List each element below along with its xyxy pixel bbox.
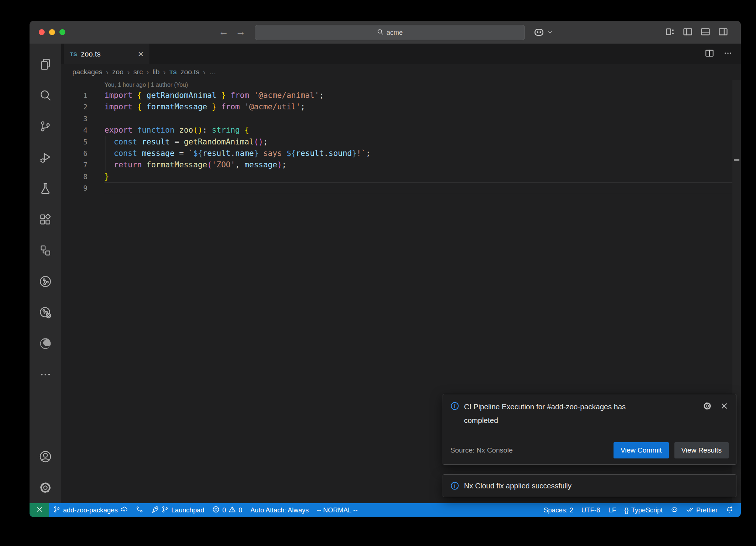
breadcrumb-item[interactable]: zoo bbox=[112, 68, 124, 76]
notification-source: Source: Nx Console bbox=[450, 446, 513, 454]
line-text: } bbox=[104, 171, 732, 182]
notification-message: Nx Cloud fix applied successfully bbox=[464, 479, 571, 493]
git-blame-annotation: You, 1 hour ago | 1 author (You) bbox=[61, 80, 741, 90]
breadcrumb-item[interactable]: src bbox=[133, 68, 142, 76]
bell-dot-icon bbox=[726, 506, 733, 515]
status-formatter[interactable]: Prettier bbox=[682, 503, 722, 517]
status-problems[interactable]: 00 bbox=[208, 503, 246, 517]
traffic-light-zoom[interactable] bbox=[59, 29, 65, 35]
info-icon bbox=[450, 402, 459, 412]
line-content: import { getRandomAnimal } from '@acme/a… bbox=[87, 90, 732, 101]
line-content: const message = `${result.name} says ${r… bbox=[87, 148, 732, 159]
status-vim-mode[interactable]: -- NORMAL -- bbox=[313, 503, 361, 517]
status-indentation[interactable]: Spaces: 2 bbox=[540, 503, 577, 517]
status-source-control-branch[interactable]: add-zoo-packages bbox=[49, 503, 132, 517]
line-number: 2 bbox=[61, 101, 87, 113]
code-line-7: 7 return formatMessage('ZOO', message); bbox=[61, 159, 741, 171]
line-number: 4 bbox=[61, 124, 87, 136]
layout-controls bbox=[665, 27, 728, 38]
status-encoding[interactable]: UTF-8 bbox=[577, 503, 604, 517]
code-lines: 1import { getRandomAnimal } from '@acme/… bbox=[61, 90, 741, 194]
activity-search[interactable] bbox=[30, 80, 61, 111]
warning-icon bbox=[228, 506, 236, 515]
tab-bar: TS zoo.ts × bbox=[61, 44, 741, 64]
notification-toast-nx-cloud: Nx Cloud fix applied successfully bbox=[443, 474, 736, 497]
activity-settings[interactable] bbox=[30, 472, 61, 503]
customize-layout-icon[interactable] bbox=[665, 27, 675, 38]
traffic-light-minimize[interactable] bbox=[49, 29, 55, 35]
status-copilot-status[interactable] bbox=[667, 503, 682, 517]
activity-extensions[interactable] bbox=[30, 204, 61, 235]
toggle-panel-bottom-icon[interactable] bbox=[700, 27, 711, 38]
mini-branch-icon bbox=[161, 506, 169, 515]
breadcrumb: packages›zoo›src›lib›TSzoo.ts›… bbox=[61, 64, 741, 80]
copilot-icon bbox=[533, 26, 545, 40]
status-label: Spaces: 2 bbox=[544, 506, 573, 514]
tab-zoo-ts[interactable]: TS zoo.ts × bbox=[64, 44, 150, 64]
command-center-search[interactable]: acme bbox=[255, 25, 525, 40]
breadcrumb-item[interactable]: packages bbox=[72, 68, 102, 76]
status-nx-launchpad[interactable]: Launchpad bbox=[147, 503, 208, 517]
status-git-graph[interactable] bbox=[132, 503, 147, 517]
editor-actions bbox=[705, 44, 733, 64]
copilot-menu[interactable] bbox=[533, 26, 553, 40]
double-check-icon bbox=[686, 506, 694, 515]
notification-settings-gear-icon[interactable] bbox=[703, 402, 712, 412]
vscode-window: ← → acme TS zoo.ts × bbox=[30, 21, 741, 517]
status-label: 0 bbox=[238, 506, 242, 514]
activity-accounts[interactable] bbox=[30, 441, 61, 472]
git-graph-icon bbox=[136, 506, 143, 515]
status-bar-left: add-zoo-packagesLaunchpad00Auto Attach: … bbox=[30, 503, 362, 517]
code-line-5: 5 const result = getRandomAnimal(); bbox=[61, 136, 741, 148]
activity-edge-tools[interactable] bbox=[30, 328, 61, 359]
tab-close-icon[interactable]: × bbox=[138, 50, 144, 58]
line-content: import { formatMessage } from '@acme/uti… bbox=[87, 101, 732, 113]
split-editor-icon[interactable] bbox=[705, 48, 714, 59]
more-actions-icon[interactable] bbox=[723, 48, 733, 59]
activity-source-control[interactable] bbox=[30, 111, 61, 142]
status-remote-window[interactable] bbox=[30, 503, 49, 517]
activity-testing[interactable] bbox=[30, 173, 61, 204]
breadcrumb-separator: › bbox=[127, 68, 130, 76]
view-commit-button[interactable]: View Commit bbox=[614, 442, 669, 458]
status-eol[interactable]: LF bbox=[604, 503, 620, 517]
status-language-mode[interactable]: {}TypeScript bbox=[620, 503, 667, 517]
toggle-panel-right-icon[interactable] bbox=[718, 27, 728, 38]
line-number: 9 bbox=[61, 182, 87, 194]
nav-back-icon[interactable]: ← bbox=[219, 25, 228, 38]
status-label: Launchpad bbox=[171, 506, 204, 514]
line-text: import { formatMessage } from '@acme/uti… bbox=[104, 101, 732, 113]
nav-forward-icon[interactable]: → bbox=[236, 25, 245, 38]
activity-run-and-debug[interactable] bbox=[30, 142, 61, 173]
status-label: LF bbox=[608, 506, 616, 514]
activity-nx-cloud[interactable] bbox=[30, 297, 61, 328]
braces-icon: {} bbox=[624, 506, 629, 514]
typescript-file-icon: TS bbox=[169, 69, 177, 75]
line-number: 6 bbox=[61, 148, 87, 159]
line-content bbox=[87, 182, 732, 194]
line-number: 7 bbox=[61, 159, 87, 171]
breadcrumb-more[interactable]: … bbox=[209, 68, 216, 76]
toggle-panel-left-icon[interactable] bbox=[683, 27, 693, 38]
status-bar-right: Spaces: 2UTF-8LF{}TypeScriptPrettier bbox=[540, 503, 741, 517]
traffic-light-close[interactable] bbox=[39, 29, 45, 35]
line-content bbox=[87, 113, 732, 124]
notification-message: CI Pipeline Execution for #add-zoo-packa… bbox=[464, 400, 649, 427]
breadcrumb-file[interactable]: zoo.ts bbox=[181, 68, 199, 76]
activity-more[interactable] bbox=[30, 359, 61, 390]
code-line-9: 9 bbox=[61, 182, 741, 194]
activity-explorer[interactable] bbox=[30, 49, 61, 80]
line-text: return formatMessage('ZOO', message); bbox=[104, 159, 732, 171]
status-label: Prettier bbox=[696, 506, 718, 514]
breadcrumb-item[interactable]: lib bbox=[152, 68, 159, 76]
notification-close-icon[interactable] bbox=[720, 402, 729, 412]
line-number: 8 bbox=[61, 171, 87, 182]
status-auto-attach[interactable]: Auto Attach: Always bbox=[246, 503, 313, 517]
view-results-button[interactable]: View Results bbox=[674, 442, 729, 458]
activity-nx-console[interactable] bbox=[30, 235, 61, 266]
breadcrumb-separator: › bbox=[147, 68, 149, 76]
activity-project-graph[interactable] bbox=[30, 266, 61, 297]
status-label: 0 bbox=[222, 506, 226, 514]
code-line-2: 2import { formatMessage } from '@acme/ut… bbox=[61, 101, 741, 113]
status-notifications-bell[interactable] bbox=[722, 503, 737, 517]
